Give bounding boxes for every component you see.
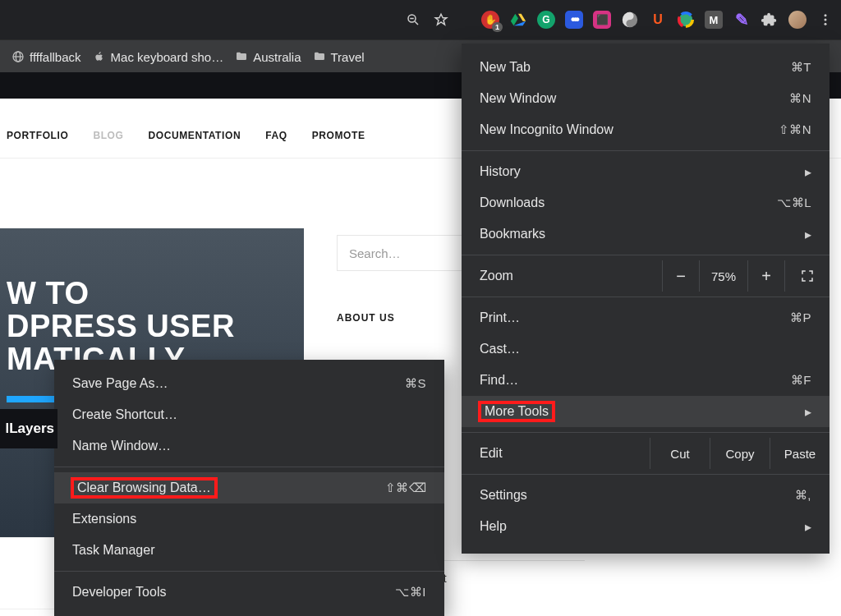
svg-line-1 bbox=[415, 21, 418, 25]
menu-label: Bookmarks bbox=[480, 227, 545, 241]
submenu-label: Create Shortcut… bbox=[72, 407, 177, 422]
zoom-lens-icon[interactable] bbox=[404, 11, 422, 29]
search-placeholder: Search… bbox=[349, 246, 401, 260]
submenu-label: Clear Browsing Data… bbox=[72, 479, 216, 497]
menu-label: New Tab bbox=[480, 60, 531, 75]
bookmark-label: Australia bbox=[253, 50, 301, 64]
menu-label: Zoom bbox=[480, 269, 662, 283]
menu-help[interactable]: Help ▸ bbox=[462, 511, 830, 542]
menu-find[interactable]: Find… ⌘F bbox=[462, 365, 830, 396]
extension-grammarly-icon[interactable]: G bbox=[537, 11, 555, 29]
fullscreen-button[interactable] bbox=[784, 260, 830, 292]
bookmark-folder-travel[interactable]: Travel bbox=[313, 50, 365, 64]
menu-label: Cast… bbox=[480, 342, 520, 356]
submenu-label: Save Page As… bbox=[72, 376, 168, 391]
menu-print[interactable]: Print… ⌘P bbox=[462, 302, 830, 333]
extension-ubersuggest-icon[interactable]: U bbox=[649, 11, 667, 29]
menu-label: Find… bbox=[480, 373, 518, 388]
menu-downloads[interactable]: Downloads ⌥⌘L bbox=[462, 187, 830, 218]
bookmark-folder-australia[interactable]: Australia bbox=[235, 50, 301, 64]
nav-faq[interactable]: FAQ bbox=[265, 130, 287, 141]
nav-blog[interactable]: BLOG bbox=[93, 130, 123, 141]
extension-adblock-icon[interactable]: ✋ 1 bbox=[481, 11, 499, 29]
svg-point-13 bbox=[825, 19, 827, 21]
nav-documentation[interactable]: DOCUMENTATION bbox=[148, 130, 241, 141]
zoom-in-button[interactable]: + bbox=[747, 260, 784, 292]
submenu-developer-tools[interactable]: Developer Tools ⌥⌘I bbox=[54, 577, 444, 608]
extension-gmail-icon[interactable]: M bbox=[705, 11, 723, 29]
browser-toolbar: ✋ 1 G ••• ⬛ U M ✎ bbox=[0, 0, 841, 39]
menu-new-window[interactable]: New Window ⌘N bbox=[462, 83, 830, 114]
menu-label: Print… bbox=[480, 310, 520, 325]
svg-marker-3 bbox=[435, 14, 447, 25]
menu-label: Downloads bbox=[480, 195, 545, 210]
menu-zoom-row: Zoom − 75% + bbox=[462, 260, 830, 292]
chevron-right-icon: ▸ bbox=[805, 519, 811, 535]
edit-copy-button[interactable]: Copy bbox=[710, 438, 770, 469]
globe-icon bbox=[11, 50, 25, 63]
menu-incognito[interactable]: New Incognito Window ⇧⌘N bbox=[462, 114, 830, 145]
submenu-save-page[interactable]: Save Page As… ⌘S bbox=[54, 368, 444, 399]
chrome-menu-button[interactable] bbox=[816, 11, 834, 29]
shortcut-text: ⌘S bbox=[405, 376, 426, 391]
shortcut-text: ⌥⌘L bbox=[777, 195, 811, 210]
menu-label: More Tools bbox=[480, 402, 554, 421]
nav-promote[interactable]: PROMOTE bbox=[312, 130, 365, 141]
extensions-puzzle-icon[interactable] bbox=[761, 11, 779, 29]
shortcut-text: ⌥⌘I bbox=[395, 585, 426, 600]
folder-icon bbox=[235, 50, 248, 63]
brand-fragment: lLayers bbox=[0, 409, 57, 448]
menu-separator bbox=[462, 255, 830, 255]
menu-more-tools[interactable]: More Tools ▸ bbox=[462, 396, 830, 427]
bookmark-star-icon[interactable] bbox=[432, 11, 450, 29]
chevron-right-icon: ▸ bbox=[805, 164, 811, 180]
edit-cut-button[interactable]: Cut bbox=[650, 438, 710, 469]
chevron-right-icon: ▸ bbox=[805, 404, 811, 420]
menu-settings[interactable]: Settings ⌘, bbox=[462, 480, 830, 511]
nav-portfolio[interactable]: PORTFOLIO bbox=[7, 130, 68, 141]
extension-drive-icon[interactable] bbox=[509, 11, 527, 29]
submenu-label: Name Window… bbox=[72, 439, 171, 453]
extension-badge: 1 bbox=[492, 22, 503, 32]
menu-bookmarks[interactable]: Bookmarks ▸ bbox=[462, 218, 830, 250]
sidebar-about-heading: ABOUT US bbox=[337, 312, 395, 324]
chat-label[interactable]: Chat bbox=[420, 560, 585, 585]
menu-history[interactable]: History ▸ bbox=[462, 156, 830, 187]
shortcut-text: ⌘T bbox=[791, 60, 811, 75]
menu-separator bbox=[54, 467, 444, 467]
menu-separator bbox=[462, 474, 830, 475]
bookmark-mac-keyboard[interactable]: Mac keyboard sho… bbox=[93, 50, 224, 64]
submenu-clear-browsing-data[interactable]: Clear Browsing Data… ⇧⌘⌫ bbox=[54, 472, 444, 503]
extension-lastpass-icon[interactable]: ••• bbox=[565, 11, 583, 29]
bookmark-ffffallback[interactable]: ffffallback bbox=[11, 50, 81, 64]
bookmark-label: Travel bbox=[331, 50, 365, 64]
extension-rainbow-icon[interactable] bbox=[677, 11, 695, 29]
hero-footer-logo bbox=[0, 549, 49, 598]
menu-label: New Window bbox=[480, 91, 556, 106]
hero-accent-bar bbox=[7, 396, 57, 402]
menu-label: Edit bbox=[480, 446, 650, 461]
extension-yin-icon[interactable] bbox=[621, 11, 639, 29]
svg-marker-5 bbox=[511, 14, 518, 26]
extension-feather-icon[interactable]: ✎ bbox=[733, 11, 751, 29]
submenu-label: Developer Tools bbox=[72, 585, 166, 600]
svg-point-14 bbox=[825, 23, 827, 25]
submenu-label: Extensions bbox=[72, 512, 136, 526]
submenu-extensions[interactable]: Extensions bbox=[54, 503, 444, 535]
menu-cast[interactable]: Cast… bbox=[462, 333, 830, 365]
more-tools-submenu: Save Page As… ⌘S Create Shortcut… Name W… bbox=[54, 360, 444, 616]
zoom-out-button[interactable]: − bbox=[662, 260, 699, 292]
edit-paste-button[interactable]: Paste bbox=[770, 438, 830, 469]
bookmark-label: ffffallback bbox=[30, 50, 81, 64]
shortcut-text: ⌘F bbox=[791, 373, 811, 388]
submenu-create-shortcut[interactable]: Create Shortcut… bbox=[54, 399, 444, 430]
extension-pink-icon[interactable]: ⬛ bbox=[593, 11, 611, 29]
profile-avatar[interactable] bbox=[788, 11, 807, 29]
folder-icon bbox=[313, 50, 326, 63]
bookmark-label: Mac keyboard sho… bbox=[111, 50, 224, 64]
zoom-value: 75% bbox=[699, 260, 747, 292]
menu-label: Help bbox=[480, 519, 507, 534]
submenu-name-window[interactable]: Name Window… bbox=[54, 430, 444, 462]
submenu-task-manager[interactable]: Task Manager bbox=[54, 535, 444, 566]
menu-new-tab[interactable]: New Tab ⌘T bbox=[462, 52, 830, 83]
